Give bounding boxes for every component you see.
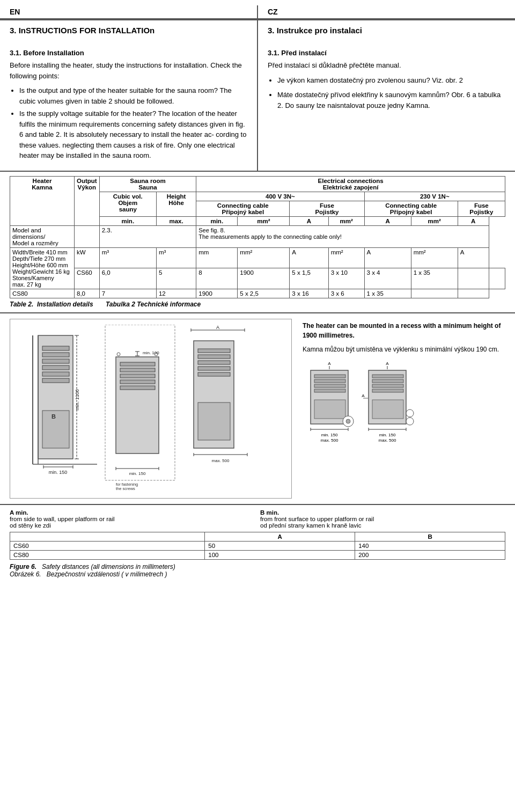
cs80-output: 8,0: [75, 289, 100, 298]
th-mm2-2: mm²: [328, 216, 364, 225]
diagram-section: min. 1100 B min. 150: [0, 312, 515, 504]
model-note: 2.3.: [99, 225, 196, 247]
cs80-cable1: 5 x 2,5: [238, 289, 290, 298]
table-row-cs80: CS80 8,0 7 12 1900 5 x 2,5 3 x 16 3 x 6 …: [10, 289, 505, 298]
s31-p1-en: Before installing the heater, study the …: [10, 60, 247, 81]
fig-label-cz: Obrázek 6.: [10, 570, 41, 578]
cs60-height: 1900: [238, 268, 290, 289]
svg-rect-62: [314, 389, 345, 392]
cs80-height: 1900: [196, 289, 238, 298]
th-max: max.: [156, 216, 196, 225]
svg-rect-42: [198, 349, 230, 353]
s31-p1-cz: Před instalací si důkladně přečtěte manu…: [268, 60, 505, 71]
model-blank: [75, 225, 100, 247]
svg-text:min. 100: min. 100: [143, 350, 159, 355]
th-cubic-vol: Cubic vol.Objemsauny: [99, 192, 156, 216]
dist-row-cs60: CS60 50 140: [10, 541, 505, 550]
unit-a1: A: [290, 247, 328, 268]
cs60-min: 5: [156, 268, 196, 289]
svg-text:B: B: [52, 413, 56, 420]
svg-rect-4: [42, 365, 69, 370]
unit-a3: A: [458, 247, 489, 268]
th-mm2-1: mm²: [238, 216, 290, 225]
table-section: HeaterKamna OutputVýkon Sauna roomSauna …: [0, 171, 515, 312]
s31-bullet1-cz: Je výkon kamen dostatečný pro zvolenou s…: [277, 75, 505, 86]
th-fuse2: FusePojistky: [458, 201, 505, 216]
svg-text:min. 1100: min. 1100: [75, 389, 80, 411]
th-mm2-3: mm²: [411, 216, 458, 225]
unit-mm2-2: mm²: [328, 247, 364, 268]
svg-rect-23: [120, 368, 155, 372]
distances-table: A B CS60 50 140 CS80 100 200: [10, 532, 505, 560]
cs80-fuse1: 3 x 16: [290, 289, 328, 298]
fig-caption-en: Safety distances (all dimensions in mill…: [42, 563, 175, 570]
unit-m3max: m³: [156, 247, 196, 268]
cs60-output: 6,0: [99, 268, 156, 289]
svg-rect-22: [120, 362, 155, 366]
section3-title-en: 3. InSTRUCTIOnS FOR InSTALLATIOn: [10, 26, 247, 35]
svg-rect-6: [42, 378, 69, 383]
section3-headings: 3. InSTRUCTIOnS FOR InSTALLATIOn 3. Inst…: [0, 19, 515, 43]
cs60-model: CS60: [75, 268, 100, 289]
svg-rect-1: [42, 346, 69, 350]
svg-text:max. 500: max. 500: [321, 438, 339, 443]
fig-caption-cz: Bezpečnostní vzdálenosti ( v milimetrech…: [47, 570, 167, 578]
dist-th-model: [10, 532, 205, 541]
dist-cs80-a: 100: [205, 550, 355, 559]
unit-mm: mm: [196, 247, 238, 268]
svg-rect-5: [42, 372, 69, 376]
table-row-cs60: CS60 6,0 5 8 1900 5 x 1,5 3 x 10 3 x 4 1…: [10, 268, 505, 289]
th-sauna-room: Sauna roomSauna: [99, 176, 196, 192]
th-230v: 230 V 1N~: [364, 192, 505, 201]
unit-m3min: m³: [99, 247, 156, 268]
s31-heading-cz: 3.1. Před instalací: [268, 49, 505, 57]
section3-heading-en: 3. InSTRUCTIOnS FOR InSTALLATIOn: [0, 20, 258, 43]
svg-text:min. 150: min. 150: [49, 470, 68, 475]
dist-cs80-b: 200: [355, 550, 505, 559]
figure-caption: Figure 6. Safety distances (all dimensio…: [10, 563, 505, 578]
cs80-blank: [411, 289, 458, 298]
dist-th-b: B: [355, 532, 505, 541]
model-dims-row: Model and dimensions/Model a rozměry 2.3…: [10, 225, 505, 247]
dist-cs80-model: CS80: [10, 550, 205, 559]
table-caption-label-en: Installation details: [37, 301, 93, 308]
svg-text:min. 150: min. 150: [129, 471, 146, 476]
diagram-note-bold: The heater can be mounted in a recess wi…: [303, 321, 505, 340]
svg-rect-45: [198, 367, 230, 370]
section3-heading-cz: 3. Instrukce pro instalaci: [258, 20, 515, 43]
dist-caption-row: A min. from side to wall, upper platform…: [10, 509, 505, 529]
svg-rect-25: [120, 380, 155, 384]
svg-point-79: [406, 409, 414, 417]
cs60-cable1: 5 x 1,5: [290, 268, 328, 289]
th-height-min: min.: [196, 216, 238, 225]
cs60-fuse1: 3 x 10: [328, 268, 364, 289]
cs80-fuse2: 1 x 35: [364, 289, 411, 298]
lang-cz: CZ: [257, 5, 515, 18]
unit-mm2-1: mm²: [238, 247, 290, 268]
svg-rect-60: [314, 379, 345, 383]
th-a1: A: [290, 216, 328, 225]
th-a3: A: [458, 216, 489, 225]
svg-point-65: [346, 419, 350, 423]
th-height: HeightHöhe: [156, 192, 196, 216]
table-caption-cz: Tabulka 2: [106, 301, 135, 308]
fig-label-en: Figure 6.: [10, 563, 36, 570]
lang-en: EN: [0, 5, 257, 18]
dist-cs60-a: 50: [205, 541, 355, 550]
cs80-blank2: [458, 289, 489, 298]
th-fuse1: FusePojistky: [290, 201, 364, 216]
page: EN CZ 3. InSTRUCTIOnS FOR InSTALLATIOn 3…: [0, 0, 515, 588]
dist-row-cs80: CS80 100 200: [10, 550, 505, 559]
s31-bullet2-cz: Máte dostatečný přívod elektřiny k sauno…: [277, 90, 505, 111]
small-diag-1: A: [303, 360, 356, 445]
small-diagrams: A: [303, 360, 505, 445]
svg-text:max. 500: max. 500: [379, 438, 396, 443]
svg-text:A: A: [386, 361, 389, 366]
section31-content: 3.1. Before Installation Before installi…: [0, 43, 515, 171]
dist-caption-b: B min. from front surface to upper platf…: [260, 509, 505, 529]
table-caption-en: Table 2.: [10, 301, 33, 308]
s31-bullet1-en: Is the output and type of the heater sui…: [19, 85, 247, 106]
s31-bullet2-en: Is the supply voltage suitable for the h…: [19, 108, 247, 161]
unit-mm2-3: mm²: [411, 247, 458, 268]
svg-rect-44: [198, 361, 230, 364]
